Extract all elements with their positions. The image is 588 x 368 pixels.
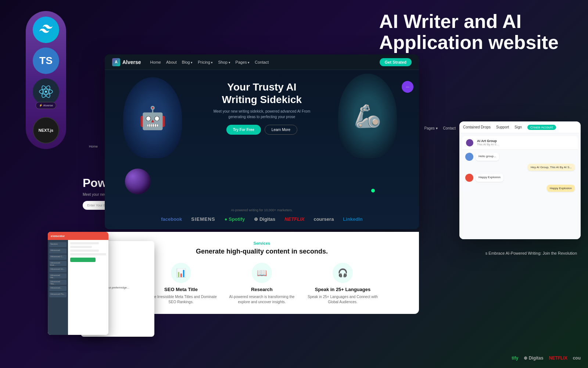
el-item-6: Advanced He... <box>49 273 67 279</box>
tab-sign[interactable]: Sign <box>514 125 522 129</box>
heading-line1: AI Writer and AI <box>379 11 559 32</box>
el-item-2: Advanced <box>49 248 67 254</box>
service-card-seo: 📊 SEO Meta Title Create Irresistible Met… <box>144 263 218 305</box>
netflix-logo: NETFLIX <box>284 216 304 222</box>
bottom-coursera-logo: cou <box>573 355 581 361</box>
siemens-logo: SIEMENS <box>191 216 215 222</box>
el-content-line-3 <box>70 250 99 252</box>
hero-title-line2: Writing Sidekick <box>222 93 302 106</box>
chat-messages: Hello group... Hey AI Group, This AI By … <box>462 150 578 236</box>
message-bubble-2: Hey AI Group, This AI By AI S... <box>528 164 575 171</box>
home-breadcrumb: Home <box>89 145 98 148</box>
coursera-logo: coursera <box>313 216 334 222</box>
el-item-7: Advanced Tes... <box>49 280 67 285</box>
message-bubble-1: Hello group... <box>476 153 499 161</box>
react-icon <box>33 78 59 105</box>
services-cards: 📊 SEO Meta Title Create Irresistible Met… <box>119 263 404 305</box>
main-browser-mockup: A Alverse Home About Blog Pricing Shop P… <box>105 54 419 229</box>
right-content-label: s Embrace AI-Powered Writing: Join the R… <box>485 251 577 255</box>
sec-nav-contact[interactable]: Contact <box>443 126 456 130</box>
chat-bubble-decoration: ··· <box>402 81 413 93</box>
elementor-sidebar: Section Advanced Advanced C... Advanced … <box>48 240 68 335</box>
el-item-5: Advanced Im... <box>49 267 67 272</box>
bottom-digitas-logo: ⊕ Digitas <box>524 355 543 361</box>
svg-point-0 <box>45 91 47 93</box>
bottom-spotify-logo: tify <box>512 355 518 361</box>
sidebar-pill: TS ⚡ Alverse NEXT.js <box>26 11 66 149</box>
tab-support[interactable]: Support <box>496 125 509 129</box>
spotify-logo: ● Spotify <box>225 216 245 222</box>
chat-header: AI Art Group This AI By AI S... <box>462 136 578 150</box>
message-bubble-4: Happy Explosion <box>547 185 575 192</box>
hero-title: Your Trusty AI Writing Sidekick <box>222 81 302 106</box>
el-item-3: Advanced C... <box>49 255 67 260</box>
nextjs-icon: NEXT.js <box>33 117 59 144</box>
seo-icon: 📊 <box>171 263 191 283</box>
right-browser-body: AI Art Group This AI By AI S... Hello gr… <box>459 133 581 239</box>
tab-contained-drops[interactable]: Contained Drops <box>463 125 491 129</box>
nav-about[interactable]: About <box>166 60 177 64</box>
research-icon: 📖 <box>252 263 272 283</box>
services-title: Generate high-quality content in seconds… <box>119 248 404 255</box>
chat-interface: AI Art Group This AI By AI S... Hello gr… <box>462 136 578 236</box>
seo-title: SEO Meta Title <box>144 287 218 292</box>
seo-description: Create Irresistible Meta Titles and Domi… <box>144 294 218 305</box>
languages-title: Speak in 25+ Languages <box>306 287 380 292</box>
heading-line2: Application website <box>379 32 559 53</box>
green-dot-decoration <box>371 189 375 192</box>
elementor-header: elementor <box>48 232 108 240</box>
partners-logos: facebook SIEMENS ● Spotify ⊕ Digitas NET… <box>105 216 419 222</box>
nav-blog[interactable]: Blog <box>182 60 193 64</box>
elementor-mockup: elementor Section Advanced Advanced C...… <box>48 232 108 335</box>
el-item-8: Advanced... <box>49 286 67 291</box>
learn-more-button[interactable]: Learn More <box>265 125 297 135</box>
nav-logo: A Alverse <box>112 58 141 66</box>
get-started-button[interactable]: Get Strated <box>380 58 412 66</box>
tech-stack-sidebar: TS ⚡ Alverse NEXT.js <box>28 11 64 149</box>
service-card-languages: 🎧 Speak in 25+ Languages Speak in 25+ La… <box>306 263 380 305</box>
elementor-body: Section Advanced Advanced C... Advanced … <box>48 240 108 335</box>
sphere-decoration <box>125 169 151 194</box>
partners-section: AI-powered writing for 10,000+ marketers… <box>105 208 419 222</box>
nav-home[interactable]: Home <box>150 60 161 64</box>
el-item-9: Advanced Pa... <box>49 292 67 297</box>
partners-label: AI-powered writing for 10,000+ marketers… <box>105 208 419 212</box>
facebook-logo: facebook <box>161 216 182 222</box>
el-content-line-2 <box>70 246 92 248</box>
hero-title-line1: Your Trusty AI <box>222 81 302 93</box>
el-download-btn[interactable] <box>70 258 96 262</box>
hero-section: 🤖 🦾 ··· Your Trusty AI Writing Sidekick … <box>105 70 419 229</box>
research-title: Research <box>225 287 299 292</box>
robot-right-illustration: 🦾 <box>338 74 397 158</box>
hero-subtitle: Meet your new writing sidekick, powered … <box>207 109 317 120</box>
message-bubble-3: Happy Explosion <box>476 174 503 182</box>
linkedin-logo: LinkedIn <box>343 216 362 222</box>
logo-text: Alverse <box>122 59 141 65</box>
services-label: Services <box>119 241 404 245</box>
el-item-1: Section <box>49 242 67 247</box>
sec-nav-pages[interactable]: Pages ▾ <box>424 126 437 130</box>
elementor-label: elementor <box>51 234 65 238</box>
typescript-icon: TS <box>33 47 59 74</box>
browser-navbar: A Alverse Home About Blog Pricing Shop P… <box>105 54 419 70</box>
right-content-text: s Embrace AI-Powered Writing: Join the R… <box>485 250 577 257</box>
tab-create-account[interactable]: Create Account <box>527 125 556 130</box>
hero-buttons: Try For Free Learn More <box>226 125 297 135</box>
robot-left-illustration: 🤖 <box>123 77 182 158</box>
languages-description: Speak in 25+ Languages and Connect with … <box>306 294 380 305</box>
languages-icon: 🎧 <box>333 263 353 283</box>
chat-message-1: Hello group... <box>465 153 575 161</box>
alverse-badge: ⚡ Alverse <box>36 102 56 109</box>
nav-links[interactable]: Home About Blog Pricing Shop Pages Conta… <box>150 60 269 64</box>
nav-pages[interactable]: Pages <box>236 60 250 64</box>
service-card-research: 📖 Research AI-powered research is transf… <box>225 263 299 305</box>
nav-pricing[interactable]: Pricing <box>198 60 213 64</box>
chat-message-3: Happy Explosion <box>465 174 575 182</box>
nav-shop[interactable]: Shop <box>218 60 230 64</box>
el-content-line-4 <box>70 253 106 255</box>
nav-contact[interactable]: Contact <box>255 60 269 64</box>
el-content-line-1 <box>70 242 99 244</box>
try-for-free-button[interactable]: Try For Free <box>226 125 261 135</box>
research-description: AI-powered research is transforming the … <box>225 294 299 305</box>
digitas-logo: ⊕ Digitas <box>254 216 275 222</box>
